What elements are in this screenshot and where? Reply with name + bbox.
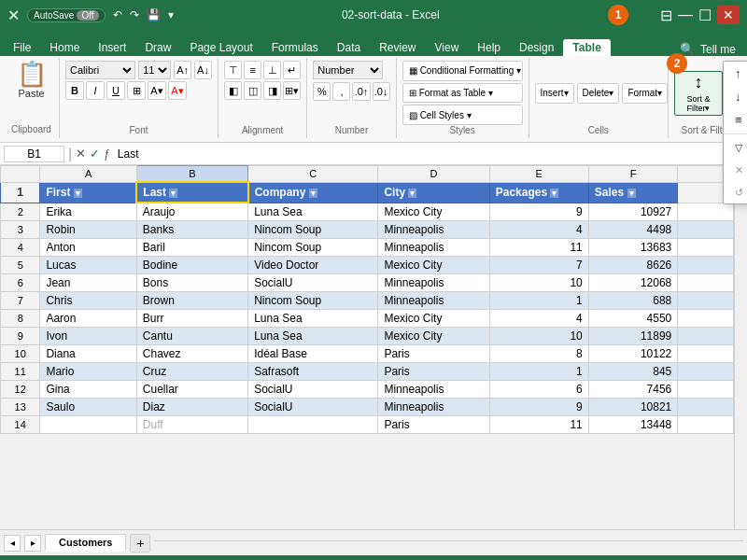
percent-btn[interactable]: % (313, 82, 331, 101)
col-header-d[interactable]: D (378, 166, 489, 183)
cells-label: Cells (535, 125, 663, 135)
sheet-tab-customers[interactable]: Customers (45, 534, 126, 552)
underline-btn[interactable]: U (106, 81, 125, 100)
table-row: 12 GinaCuellarSocialUMinneapolis67456 (1, 381, 734, 399)
function-icon[interactable]: ƒ (104, 147, 110, 161)
tab-help[interactable]: Help (468, 39, 510, 56)
app-icon: ✕ (7, 7, 20, 24)
col-header-f[interactable]: F (588, 166, 677, 183)
undo-icon[interactable]: ↶ (113, 8, 122, 21)
tab-review[interactable]: Review (370, 39, 425, 56)
italic-btn[interactable]: I (86, 81, 105, 100)
increase-font-btn[interactable]: A↑ (174, 61, 191, 79)
close-icon[interactable]: ✕ (717, 6, 740, 24)
align-mid-btn[interactable]: ≡ (244, 61, 261, 79)
scroll-tab-left-btn[interactable]: ◂ (4, 535, 21, 552)
border-btn[interactable]: ⊞ (127, 81, 146, 100)
number-format-select[interactable]: Number (313, 61, 383, 79)
bold-btn[interactable]: B (65, 81, 84, 100)
header-packages[interactable]: Packages ▾ (489, 182, 588, 203)
sort-az-icon: ↑ (735, 66, 741, 80)
fill-color-btn[interactable]: A▾ (148, 81, 166, 100)
dropdown-icon[interactable]: ▾ (168, 8, 174, 21)
tell-me[interactable]: Tell me (700, 43, 736, 56)
alignment-group: ⊤ ≡ ⊥ ↵ ◧ ◫ ◨ ⊞▾ Alignment (218, 58, 307, 138)
filter-item[interactable]: ▽ Filter (724, 136, 747, 159)
cell-styles-btn[interactable]: ▧ Cell Styles ▾ (402, 105, 523, 125)
filter-icon: ▽ (735, 142, 742, 154)
table-row: 2 ErikaAraujoLuna SeaMexico City910927 (1, 203, 734, 221)
sort-a-to-z-item[interactable]: ↑ Sort A to Z (724, 62, 747, 85)
font-size-select[interactable]: 11 (138, 61, 171, 79)
maximize-icon[interactable]: ☐ (698, 7, 712, 24)
wrap-text-btn[interactable]: ↵ (283, 61, 301, 79)
header-city[interactable]: City ▾ (378, 182, 489, 203)
cell-reference[interactable] (4, 146, 64, 162)
quick-save-icon[interactable]: 💾 (147, 8, 161, 21)
cell-styles-dropdown-icon: ▾ (467, 110, 472, 120)
tab-formulas[interactable]: Formulas (262, 39, 328, 56)
reapply-icon: ↺ (735, 187, 743, 199)
col-header-a[interactable]: A (40, 166, 136, 183)
add-sheet-btn[interactable]: + (130, 534, 150, 553)
tab-home[interactable]: Home (40, 39, 89, 56)
cond-dropdown-icon: ▾ (516, 65, 521, 76)
tab-file[interactable]: File (4, 39, 40, 56)
font-select[interactable]: Calibri (65, 61, 135, 79)
redo-icon[interactable]: ↷ (130, 8, 139, 21)
insert-btn[interactable]: Insert▾ (535, 83, 574, 104)
header-last[interactable]: Last ▾ (136, 182, 247, 203)
tab-table[interactable]: Table (563, 39, 610, 56)
header-sales[interactable]: Sales ▾ (588, 182, 677, 203)
formula-input[interactable] (118, 147, 743, 161)
scroll-tab-right-btn[interactable]: ▸ (24, 535, 41, 552)
increase-decimal-btn[interactable]: .0↑ (352, 82, 370, 101)
col-header-c[interactable]: C (248, 166, 378, 183)
tab-data[interactable]: Data (328, 39, 370, 56)
reapply-item[interactable]: ↺ Reapply (724, 181, 747, 203)
badge-2: 2 (667, 53, 687, 74)
align-center-btn[interactable]: ◫ (244, 81, 261, 100)
decrease-decimal-btn[interactable]: .0↓ (373, 82, 390, 101)
tab-draw[interactable]: Draw (135, 39, 180, 56)
tab-view[interactable]: View (426, 39, 469, 56)
styles-group: ▦ Conditional Formatting ▾ ⊞ Format as T… (397, 58, 529, 138)
align-right-btn[interactable]: ◨ (263, 81, 281, 100)
minimize-icon[interactable]: — (678, 7, 693, 23)
format-btn[interactable]: Format▾ (622, 83, 668, 104)
autosave-toggle[interactable]: AutoSave Off (27, 8, 106, 22)
cancel-formula-icon[interactable]: ✕ (76, 147, 86, 161)
header-company[interactable]: Company ▾ (248, 182, 378, 203)
number-label: Number (313, 125, 389, 135)
tab-insert[interactable]: Insert (89, 39, 135, 56)
font-color-btn[interactable]: A▾ (168, 81, 187, 100)
tab-page-layout[interactable]: Page Layout (180, 39, 261, 56)
title-bar: ✕ AutoSave Off ↶ ↷ 💾 ▾ 02-sort-data - Ex… (0, 0, 747, 30)
badge-1: 1 (608, 5, 628, 25)
table-row: 3 RobinBanksNincom SoupMinneapolis44498 (1, 221, 734, 239)
header-first[interactable]: First ▾ (40, 182, 136, 203)
ribbon: 📋 Paste Clipboard Calibri 11 A↑ A↓ B I U… (0, 56, 747, 143)
format-table-btn[interactable]: ⊞ Format as Table ▾ (402, 83, 523, 104)
custom-sort-item[interactable]: ≡ Custom Sort... (724, 108, 747, 132)
merge-btn[interactable]: ⊞▾ (283, 81, 301, 100)
confirm-formula-icon[interactable]: ✓ (90, 147, 100, 161)
delete-btn[interactable]: Delete▾ (577, 83, 620, 104)
cond-format-icon: ▦ (409, 65, 417, 76)
sort-z-to-a-item[interactable]: ↓ Sort Z to A (724, 85, 747, 108)
align-bot-btn[interactable]: ⊥ (263, 61, 281, 79)
vertical-scrollbar[interactable] (734, 165, 747, 529)
align-top-btn[interactable]: ⊤ (224, 61, 242, 79)
cells-group: Insert▾ Delete▾ Format▾ Cells (529, 58, 669, 138)
decrease-font-btn[interactable]: A↓ (194, 61, 212, 79)
comma-btn[interactable]: , (332, 82, 350, 101)
col-header-b[interactable]: B (136, 166, 247, 183)
paste-button[interactable]: 📋 (17, 62, 47, 86)
sort-filter-btn[interactable]: ↕ Sort &Filter▾ (674, 71, 723, 116)
align-left-btn[interactable]: ◧ (224, 81, 242, 100)
layout-icon[interactable]: ⊟ (660, 7, 672, 24)
conditional-format-btn[interactable]: ▦ Conditional Formatting ▾ (402, 61, 523, 81)
clear-item[interactable]: ✕ Clear (724, 159, 747, 181)
col-header-e[interactable]: E (489, 166, 588, 183)
tab-design[interactable]: Design (510, 39, 563, 56)
